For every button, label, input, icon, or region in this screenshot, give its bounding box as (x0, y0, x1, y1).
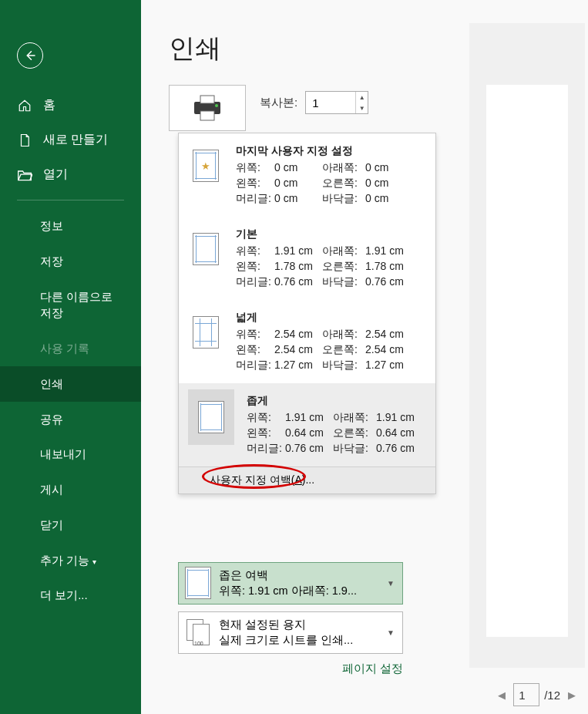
margin-option-wide[interactable]: 넓게위쪽:2.54 cm아래쪽:2.54 cm왼쪽:2.54 cm오른쪽:2.5… (179, 300, 435, 383)
new-file-icon (17, 133, 32, 148)
current-page-input[interactable]: 1 (513, 683, 539, 706)
sidebar-sub-item[interactable]: 내보내기 (0, 436, 141, 472)
sidebar-item-label: 새로 만들기 (43, 132, 108, 148)
sidebar-sub-label: 닫기 (40, 518, 63, 531)
margin-option-last[interactable]: ★마지막 사용자 지정 설정위쪽:0 cm아래쪽:0 cm왼쪽:0 cm오른쪽:… (179, 133, 435, 217)
margins-dropdown: ★마지막 사용자 지정 설정위쪽:0 cm아래쪽:0 cm왼쪽:0 cm오른쪽:… (178, 133, 436, 494)
sidebar-sub-label: 추가 기능 ▾ (40, 554, 96, 567)
sidebar-sub-label: 게시 (40, 483, 63, 496)
scaling-selector-detail: 실제 크기로 시트를 인쇄... (219, 632, 378, 648)
narrow-margin-icon (185, 567, 211, 598)
copies-label: 복사본: (260, 96, 297, 110)
sidebar-sub-label: 인쇄 (40, 377, 63, 390)
next-page-button[interactable]: ▶ (565, 688, 579, 702)
sidebar-divider (17, 200, 124, 200)
page-navigator: ◀ 1 /12 ▶ (495, 683, 579, 706)
sidebar-sub-item[interactable]: 공유 (0, 402, 141, 437)
back-arrow-icon (23, 49, 37, 62)
margins-selector-detail: 위쪽: 1.91 cm 아래쪽: 1.9... (219, 583, 378, 598)
sidebar-item-home[interactable]: 홈 (0, 88, 141, 123)
sidebar-sub-label: 저장 (40, 254, 63, 268)
sidebar-sub-label: 공유 (40, 413, 63, 426)
sidebar-sub-label: 다른 이름으로 저장 (40, 290, 113, 320)
total-pages: /12 (544, 689, 560, 702)
open-folder-icon (17, 167, 32, 183)
margin-option-title: 넓게 (236, 311, 426, 325)
scaling-selector-title: 현재 설정된 용지 (219, 617, 378, 632)
margins-selector-title: 좁은 여백 (219, 567, 378, 583)
margin-option-title: 좁게 (247, 394, 426, 408)
margin-option-icon: ★ (188, 144, 223, 187)
sidebar-sub-item[interactable]: 추가 기능 ▾ (0, 543, 141, 578)
sidebar-sub-item[interactable]: 다른 이름으로 저장 (0, 279, 141, 332)
margin-option-title: 기본 (236, 227, 426, 241)
sidebar-sub-item[interactable]: 저장 (0, 244, 141, 279)
printer-icon (190, 94, 225, 122)
print-preview (469, 23, 585, 668)
svg-rect-2 (200, 111, 214, 120)
sidebar-sub-item[interactable]: 닫기 (0, 507, 141, 543)
margins-selector-caret[interactable]: ▼ (385, 578, 396, 589)
sidebar-sub-item: 사용 기록 (0, 331, 141, 366)
sidebar-sub-item[interactable]: 더 보기... (0, 578, 141, 613)
scaling-selector-caret[interactable]: ▼ (385, 627, 396, 638)
margin-option-icon (188, 389, 234, 445)
sidebar-item-label: 홈 (43, 97, 55, 113)
custom-margins-item[interactable]: 사용자 지정 여백(A)... (179, 466, 435, 493)
preview-sheet (486, 85, 568, 637)
margin-option-icon (188, 227, 223, 271)
margin-option-normal[interactable]: 기본위쪽:1.91 cm아래쪽:1.91 cm왼쪽:1.78 cm오른쪽:1.7… (179, 217, 435, 300)
scaling-selector[interactable]: 100 현재 설정된 용지 실제 크기로 시트를 인쇄... ▼ (178, 611, 403, 654)
margin-option-narrow[interactable]: 좁게위쪽:1.91 cm아래쪽:1.91 cm왼쪽:0.64 cm오른쪽:0.6… (179, 383, 435, 466)
margin-option-title: 마지막 사용자 지정 설정 (236, 144, 426, 158)
page-setup-link[interactable]: 페이지 설정 (178, 662, 403, 676)
sidebar-sub-item[interactable]: 인쇄 (0, 366, 141, 402)
sidebar-item-open-folder[interactable]: 열기 (0, 157, 141, 192)
sidebar-sub-label: 정보 (40, 219, 63, 232)
sidebar-item-new-file[interactable]: 새로 만들기 (0, 123, 141, 157)
copies-input[interactable]: 1 ▲ ▼ (305, 91, 368, 114)
svg-point-3 (215, 104, 218, 107)
sidebar-sub-label: 더 보기... (40, 588, 88, 601)
sidebar-sub-item[interactable]: 정보 (0, 208, 141, 244)
home-icon (17, 98, 32, 113)
scaling-icon: 100 (185, 617, 211, 648)
margin-option-icon (188, 311, 223, 354)
print-button[interactable] (169, 85, 246, 131)
backstage-sidebar: 홈새로 만들기열기 정보저장다른 이름으로 저장사용 기록인쇄공유내보내기게시닫… (0, 0, 141, 714)
prev-page-button[interactable]: ◀ (495, 688, 509, 702)
copies-decrease[interactable]: ▼ (355, 103, 368, 113)
copies-increase[interactable]: ▲ (355, 92, 368, 103)
sidebar-sub-label: 내보내기 (40, 447, 86, 460)
margins-selector[interactable]: 좁은 여백 위쪽: 1.91 cm 아래쪽: 1.9... ▼ (178, 562, 403, 605)
back-button[interactable] (17, 42, 43, 69)
copies-value: 1 (312, 96, 318, 109)
sidebar-sub-label: 사용 기록 (40, 342, 89, 355)
svg-rect-1 (200, 96, 214, 103)
sidebar-item-label: 열기 (43, 167, 68, 183)
sidebar-sub-item[interactable]: 게시 (0, 472, 141, 507)
